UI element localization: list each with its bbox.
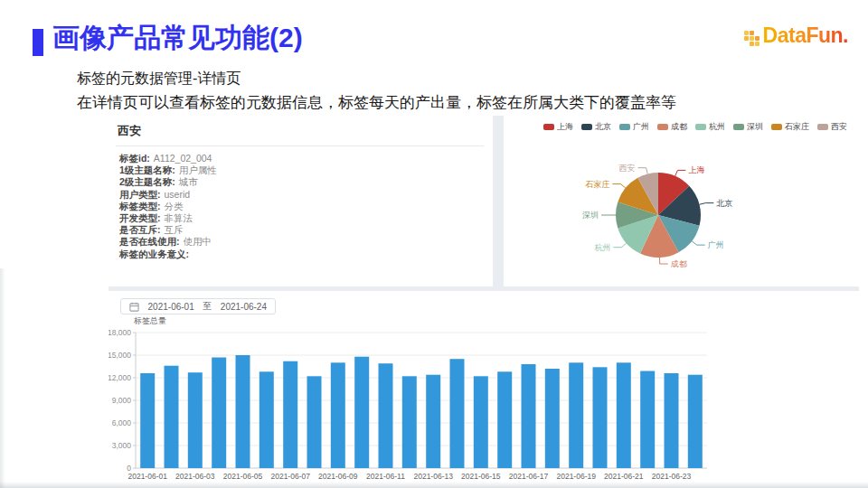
embedded-screenshot: 西安 标签id:A112_02_0041级主题名称:用户属性2级主题名称:城市用…	[108, 116, 859, 488]
x-tick-label: 2021-06-17	[509, 472, 549, 481]
x-tick-label: 2021-06-09	[318, 472, 358, 481]
bar[interactable]	[569, 362, 583, 468]
field-row: 开发类型:非算法	[119, 212, 493, 224]
pie-label-line	[660, 258, 668, 264]
y-tick-label: 3,000	[112, 441, 132, 450]
x-tick-label: 2021-06-01	[127, 472, 167, 481]
field-row: 1级主题名称:用户属性	[119, 164, 493, 176]
x-tick-label: 2021-06-11	[366, 472, 405, 481]
title-accent-bar	[33, 29, 43, 56]
field-value: 用户属性	[179, 164, 217, 175]
field-value: 分类	[165, 201, 184, 211]
subtitle-line1: 标签的元数据管理-详情页	[77, 70, 241, 89]
bar[interactable]	[545, 369, 560, 468]
pie-label-line	[614, 243, 627, 248]
subtitle-line2: 在详情页可以查看标签的元数据信息，标签每天的产出量，标签在所属大类下的覆盖率等	[77, 92, 676, 113]
pie-label-line	[700, 203, 714, 205]
pie-label: 广州	[708, 240, 724, 249]
field-label: 标签的业务意义:	[119, 249, 189, 259]
x-tick-label: 2021-06-05	[223, 472, 263, 481]
tag-name: 西安	[118, 123, 493, 139]
bar-svg: 03,0006,0009,00012,00015,00018,0002021-0…	[108, 291, 859, 488]
pie-label-line	[692, 241, 705, 245]
x-tick-label: 2021-06-21	[604, 472, 644, 481]
bar[interactable]	[212, 358, 226, 469]
bar[interactable]	[354, 357, 369, 468]
x-tick-label: 2021-06-07	[270, 472, 310, 481]
pie-label: 深圳	[582, 211, 599, 220]
bar[interactable]	[379, 363, 393, 468]
logo-text: DataFun.	[763, 23, 848, 48]
field-label: 标签id:	[119, 153, 150, 164]
bar[interactable]	[259, 371, 274, 468]
x-tick-label: 2021-06-13	[413, 472, 453, 481]
field-value: userid	[165, 189, 191, 200]
bar[interactable]	[665, 373, 679, 468]
bar[interactable]	[474, 376, 488, 468]
field-label: 是否在线使用:	[119, 236, 180, 247]
bar[interactable]	[640, 371, 655, 469]
bar[interactable]	[283, 361, 297, 468]
pie-label-line	[638, 168, 648, 174]
field-value: 互斥	[165, 224, 184, 235]
bar[interactable]	[307, 376, 322, 468]
logo-pixels-icon	[744, 31, 760, 46]
field-label: 开发类型:	[119, 212, 161, 223]
y-tick-label: 12,000	[108, 373, 131, 382]
slide: 画像产品常见功能(2) DataFun. 标签的元数据管理-详情页 在详情页可以…	[0, 0, 868, 488]
pie-label: 成都	[671, 259, 687, 268]
field-row: 用户类型:userid	[119, 189, 493, 201]
field-value: A112_02_004	[154, 153, 212, 164]
pie-chart: 上海北京广州成都杭州深圳石家庄西安	[504, 116, 859, 286]
y-tick-label: 6,000	[112, 418, 132, 427]
field-label: 2级主题名称:	[119, 176, 175, 187]
pie-label: 杭州	[595, 243, 611, 252]
y-tick-label: 9,000	[112, 396, 132, 405]
bar[interactable]	[617, 362, 631, 468]
pie-label-line	[612, 184, 625, 188]
bar-chart: 03,0006,0009,00012,00015,00018,0002021-0…	[108, 291, 859, 488]
bar[interactable]	[497, 371, 512, 468]
bar[interactable]	[450, 359, 465, 468]
metadata-fields: 标签id:A112_02_0041级主题名称:用户属性2级主题名称:城市用户类型…	[119, 153, 493, 260]
x-tick-label: 2021-06-15	[461, 472, 501, 481]
y-tick-label: 15,000	[108, 351, 131, 360]
x-tick-label: 2021-06-23	[652, 472, 692, 481]
city-distribution-panel: 上海北京广州成都杭州深圳石家庄西安 上海北京广州成都杭州深圳石家庄西安	[504, 116, 859, 286]
field-label: 标签类型:	[119, 201, 161, 211]
pie-svg: 上海北京广州成都杭州深圳石家庄西安	[504, 116, 859, 286]
bar[interactable]	[402, 376, 417, 468]
field-value: 城市	[179, 176, 198, 187]
bar[interactable]	[236, 355, 250, 468]
field-value: 非算法	[165, 212, 193, 223]
pie-label: 石家庄	[584, 180, 609, 189]
field-value: 使用中	[184, 236, 212, 247]
bar[interactable]	[331, 362, 345, 468]
field-row: 标签类型:分类	[119, 201, 493, 212]
page-title: 画像产品常见功能(2)	[52, 20, 303, 56]
x-tick-label: 2021-06-19	[556, 472, 596, 481]
datafun-logo: DataFun.	[744, 23, 848, 48]
bar[interactable]	[426, 375, 440, 468]
bar[interactable]	[140, 373, 155, 468]
y-tick-label: 18,000	[108, 328, 131, 337]
field-row: 标签id:A112_02_004	[119, 153, 493, 164]
pie-label: 西安	[619, 164, 636, 173]
field-row: 标签的业务意义:	[119, 249, 493, 260]
pie-label: 北京	[716, 199, 732, 208]
tag-detail-panel: 西安 标签id:A112_02_0041级主题名称:用户属性2级主题名称:城市用…	[108, 116, 493, 286]
x-tick-label: 2021-06-03	[175, 472, 215, 481]
field-row: 是否在线使用:使用中	[119, 236, 493, 248]
bar[interactable]	[688, 375, 703, 468]
field-label: 是否互斥:	[119, 224, 161, 235]
daily-output-panel: 2021-06-01 至 2021-06-24 标签总量 03,0006,000…	[108, 291, 859, 488]
field-label: 1级主题名称:	[119, 164, 175, 175]
bar[interactable]	[165, 366, 179, 468]
bar[interactable]	[188, 372, 203, 468]
pie-label-line	[675, 170, 686, 176]
bar[interactable]	[593, 367, 608, 468]
divider	[116, 145, 484, 146]
field-row: 2级主题名称:城市	[119, 176, 493, 188]
bar[interactable]	[522, 364, 536, 468]
field-row: 是否互斥:互斥	[119, 224, 493, 236]
